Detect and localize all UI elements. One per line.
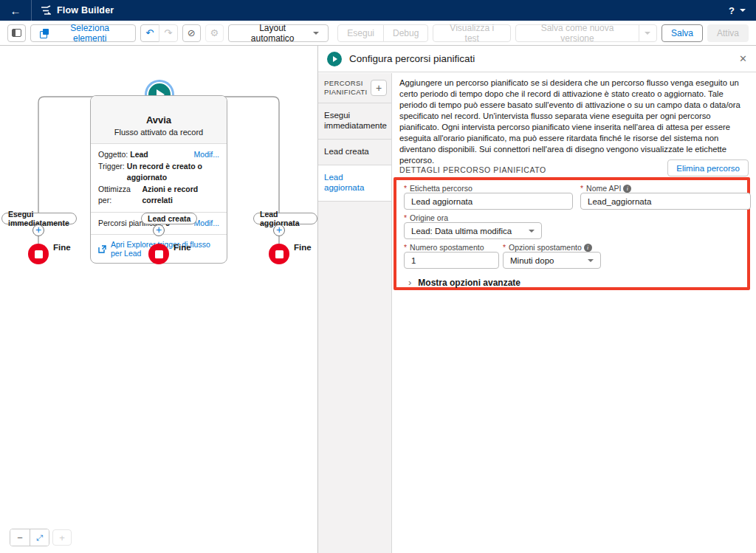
add-element-icon[interactable]: + (32, 224, 44, 236)
offset-number-field-label: * Numero spostamento (404, 243, 484, 252)
start-node-card[interactable]: Avvia Flusso attivato da record Oggetto:… (90, 95, 227, 264)
flow-builder-icon (41, 5, 51, 16)
details-section-header: DETTAGLI PERCORSO PIANIFICATO (399, 165, 546, 174)
edit-object-link[interactable]: Modif... (194, 149, 219, 161)
stop-icon (275, 250, 284, 258)
settings-button[interactable]: ⚙ (205, 24, 224, 42)
path-label-input[interactable] (404, 193, 573, 210)
offset-number-input[interactable] (404, 252, 499, 269)
annotation-highlight-box: * Etichetta percorso * Nome API i * Orig… (394, 177, 750, 290)
configure-scheduled-paths-panel: Configura percorsi pianificati ✕ PERCORS… (317, 46, 756, 553)
help-chevron-down-icon[interactable] (740, 9, 746, 12)
end-node-label: Fine (53, 243, 71, 252)
fit-view-button[interactable]: ⤢ (30, 529, 49, 546)
save-as-new-version-button[interactable]: Salva come nuova versione (515, 24, 639, 42)
offset-options-field-label: * Opzioni spostamento i (503, 243, 592, 252)
external-link-icon (98, 245, 106, 253)
run-button[interactable]: Esegui (337, 24, 384, 42)
end-node-label: Fine (294, 243, 312, 252)
nav-divider (31, 0, 32, 21)
start-node-trigger-row: Trigger:Un record è creato o aggiornato (98, 161, 219, 184)
chevron-down-icon (588, 259, 594, 262)
tab-lead-creata[interactable]: Lead creata (318, 140, 391, 165)
tab-lead-aggiornata[interactable]: Lead aggiornata (318, 165, 391, 202)
scheduled-path-description: Aggiungere un percorso pianificato se si… (399, 78, 752, 166)
stop-icon (155, 250, 163, 258)
chevron-right-icon: › (408, 277, 411, 288)
edit-paths-link[interactable]: Modif... (194, 218, 219, 230)
start-node-icon (327, 52, 342, 66)
time-source-field-label: * Origine ora (404, 213, 448, 222)
flow-builder-app: ← Flow Builder ? Seleziona elementi ↶ ↷ … (0, 0, 756, 553)
scheduled-paths-tabs: PERCORSI PIANIFICATI + Esegui immediatam… (318, 73, 392, 553)
panel-title: Configura percorsi pianificati (349, 53, 475, 64)
undo-button[interactable]: ↶ (140, 24, 159, 42)
flow-toolbar: Seleziona elementi ↶ ↷ ⊘ ⚙ Layout automa… (0, 21, 756, 46)
play-icon (333, 56, 337, 62)
disable-elements-button[interactable]: ⊘ (182, 24, 201, 42)
help-icon[interactable]: ? (729, 5, 735, 16)
panel-toggle-icon (12, 29, 21, 37)
path-label-field-label: * Etichetta percorso (404, 184, 472, 193)
add-element-icon[interactable]: + (273, 224, 285, 236)
end-node-label: Fine (173, 243, 191, 252)
flow-canvas[interactable]: Avvia Flusso attivato da record Oggetto:… (0, 46, 317, 553)
api-name-field-label: * Nome API i (580, 184, 631, 193)
time-source-select[interactable]: Lead: Data ultima modifica (404, 222, 542, 239)
start-node-object-row: Oggetto:Lead Modif... (98, 149, 219, 161)
toggle-toolbox-button[interactable] (7, 24, 26, 42)
panel-content: Aggiungere un percorso pianificato se si… (392, 73, 756, 553)
start-node-optimize-row: Ottimizza per:Azioni e record correlati (98, 184, 219, 207)
select-elements-icon (40, 29, 49, 38)
branch-label-esegui-immediatamente[interactable]: Esegui immediatamente (1, 213, 77, 224)
select-elements-button[interactable]: Seleziona elementi (30, 24, 135, 42)
tab-esegui-immediatamente[interactable]: Esegui immediatamente (318, 103, 391, 140)
zoom-out-button[interactable]: − (10, 529, 30, 546)
show-advanced-options-toggle[interactable]: › Mostra opzioni avanzate (408, 277, 520, 288)
app-title: Flow Builder (57, 5, 114, 16)
save-button[interactable]: Salva (662, 24, 703, 42)
api-name-input[interactable] (580, 193, 751, 210)
stop-icon (35, 250, 43, 258)
add-path-button[interactable]: + (371, 80, 387, 96)
start-node-subtitle: Flusso attivato da record (95, 128, 222, 137)
redo-button[interactable]: ↷ (159, 24, 178, 42)
chevron-down-icon (645, 32, 650, 35)
start-node-title: Avvia (95, 114, 222, 126)
panel-header: Configura percorsi pianificati ✕ (318, 46, 756, 72)
canvas-zoom-controls: − ⤢ + (10, 529, 72, 546)
activate-button[interactable]: Attiva (707, 24, 749, 42)
back-icon[interactable]: ← (0, 4, 31, 17)
view-tests-button[interactable]: Visualizza i test (433, 24, 511, 42)
end-node[interactable] (269, 244, 289, 264)
delete-path-button[interactable]: Elimina percorso (667, 159, 749, 176)
debug-button[interactable]: Debug (383, 24, 428, 42)
close-icon[interactable]: ✕ (739, 53, 747, 64)
chevron-down-icon (313, 32, 319, 35)
add-element-icon[interactable]: + (153, 224, 165, 236)
save-options-chevron-button[interactable] (639, 24, 657, 42)
end-node[interactable] (148, 244, 169, 264)
tabs-header-label: PERCORSI PIANIFICATI (324, 79, 367, 97)
info-icon[interactable]: i (623, 185, 631, 193)
zoom-in-button[interactable]: + (52, 529, 72, 546)
end-node[interactable] (28, 244, 49, 264)
top-nav-bar: ← Flow Builder ? (0, 0, 756, 21)
layout-mode-dropdown[interactable]: Layout automatico (228, 24, 329, 42)
offset-options-select[interactable]: Minuti dopo (503, 252, 601, 269)
branch-label-lead-creata[interactable]: Lead creata (141, 213, 197, 224)
branch-label-lead-aggiornata[interactable]: Lead aggiornata (253, 213, 317, 224)
chevron-down-icon (529, 230, 535, 233)
info-icon[interactable]: i (584, 244, 592, 252)
